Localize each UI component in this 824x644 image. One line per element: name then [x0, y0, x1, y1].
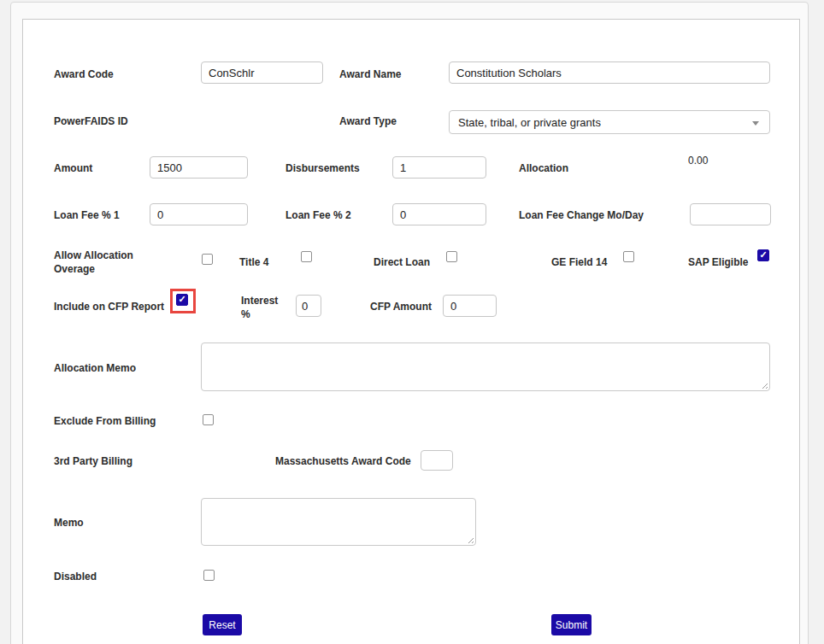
chevron-down-icon — [752, 121, 759, 126]
reset-button[interactable]: Reset — [203, 614, 242, 635]
exclude-from-billing-label: Exclude From Billing — [54, 415, 156, 429]
award-name-input[interactable] — [449, 61, 770, 84]
title-4-label: Title 4 — [239, 256, 268, 270]
title-4-checkbox[interactable] — [301, 251, 312, 262]
sap-eligible-label: SAP Eligible — [688, 256, 748, 270]
ge-field-14-checkbox[interactable] — [623, 251, 634, 262]
allocation-memo-textarea[interactable] — [201, 342, 770, 391]
award-type-selected-value: State, tribal, or private grants — [458, 116, 601, 129]
allocation-label: Allocation — [519, 162, 568, 176]
interest-pct-label: Interest % — [241, 295, 285, 321]
loan-fee-change-input[interactable] — [690, 203, 771, 225]
loan-fee-2-input[interactable] — [392, 203, 486, 225]
allocation-value: 0.00 — [688, 155, 708, 167]
memo-textarea[interactable] — [201, 498, 476, 546]
direct-loan-checkbox[interactable] — [446, 251, 457, 262]
exclude-from-billing-checkbox[interactable] — [203, 414, 214, 425]
cfp-amount-label: CFP Amount — [370, 301, 432, 314]
include-on-cfp-report-label: Include on CFP Report — [54, 301, 164, 314]
loan-fee-1-label: Loan Fee % 1 — [54, 209, 120, 223]
allow-allocation-overage-label: Allow Allocation Overage — [54, 249, 152, 276]
allow-allocation-overage-checkbox[interactable] — [202, 254, 213, 265]
massachusetts-award-code-label: Massachusetts Award Code — [275, 455, 411, 469]
include-on-cfp-report-checkbox[interactable] — [176, 294, 188, 306]
ge-field-14-label: GE Field 14 — [551, 256, 607, 270]
memo-label: Memo — [54, 517, 84, 530]
award-code-input[interactable] — [201, 61, 323, 84]
cfp-amount-input[interactable] — [443, 295, 497, 317]
award-code-label: Award Code — [54, 68, 114, 82]
interest-pct-input[interactable] — [296, 295, 321, 317]
loan-fee-2-label: Loan Fee % 2 — [285, 209, 351, 223]
massachusetts-award-code-input[interactable] — [421, 450, 453, 471]
cfp-checkbox-highlight-annotation — [170, 289, 196, 313]
amount-input[interactable] — [150, 156, 248, 179]
powerfaids-id-label: PowerFAIDS ID — [54, 115, 128, 129]
amount-label: Amount — [54, 162, 92, 176]
disbursements-input[interactable] — [392, 156, 486, 179]
award-type-select[interactable]: State, tribal, or private grants — [449, 110, 770, 134]
loan-fee-change-label: Loan Fee Change Mo/Day — [519, 209, 644, 223]
allocation-memo-label: Allocation Memo — [54, 362, 136, 376]
third-party-billing-label: 3rd Party Billing — [54, 455, 132, 469]
award-name-label: Award Name — [339, 68, 401, 82]
sap-eligible-checkbox[interactable] — [757, 249, 769, 261]
submit-button[interactable]: Submit — [551, 614, 592, 635]
direct-loan-label: Direct Loan — [374, 256, 430, 270]
disbursements-label: Disbursements — [285, 162, 360, 176]
award-type-label: Award Type — [339, 115, 397, 129]
disabled-label: Disabled — [54, 571, 97, 584]
loan-fee-1-input[interactable] — [150, 203, 248, 225]
disabled-checkbox[interactable] — [203, 570, 215, 581]
